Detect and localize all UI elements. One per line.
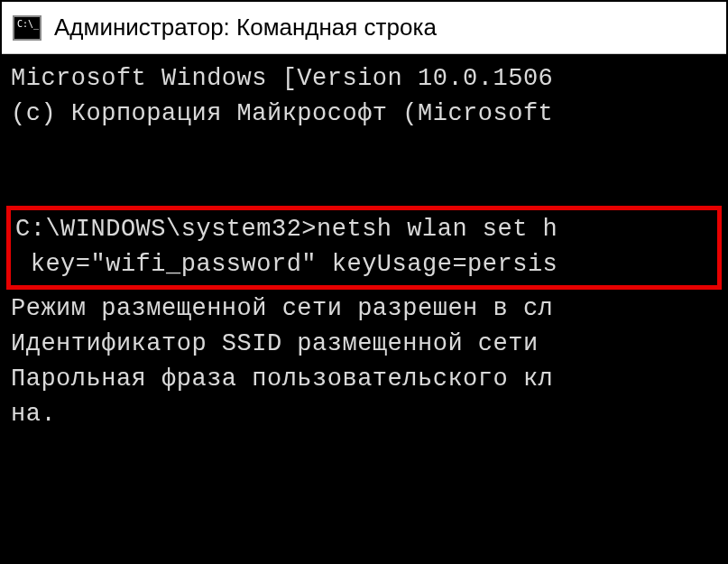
terminal-output[interactable]: Microsoft Windows [Version 10.0.1506 (с)… bbox=[2, 54, 726, 562]
titlebar[interactable]: Администратор: Командная строка bbox=[2, 2, 726, 54]
terminal-line-out2: Идентификатор SSID размещенной сети bbox=[11, 327, 717, 362]
terminal-line-out3: Парольная фраза пользовательского кл bbox=[11, 362, 717, 397]
terminal-line-cmd2: key="wifi_password" keyUsage=persis bbox=[15, 247, 713, 282]
terminal-line-version: Microsoft Windows [Version 10.0.1506 bbox=[11, 61, 717, 97]
terminal-line-out1: Режим размещенной сети разрешен в сл bbox=[11, 291, 717, 327]
command-prompt-window: Администратор: Командная строка Microsof… bbox=[0, 0, 728, 564]
highlighted-command: C:\WINDOWS\system32>netsh wlan set h key… bbox=[6, 206, 722, 289]
window-title: Администратор: Командная строка bbox=[54, 14, 437, 42]
cmd-icon bbox=[13, 15, 41, 41]
terminal-line-cmd1: C:\WINDOWS\system32>netsh wlan set h bbox=[15, 212, 713, 247]
terminal-line-out4: на. bbox=[11, 397, 717, 432]
blank-spacer bbox=[11, 132, 717, 204]
terminal-line-copyright: (с) Корпорация Майкрософт (Microsoft bbox=[11, 97, 717, 132]
